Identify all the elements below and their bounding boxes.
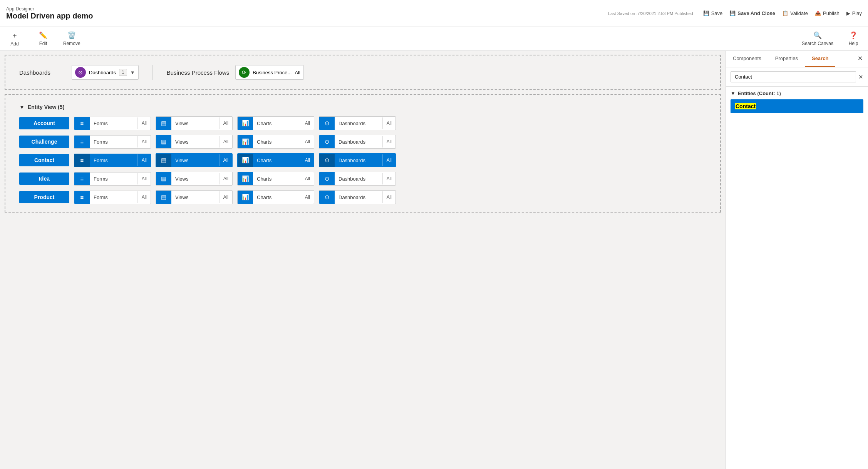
panel-tabs: Components Properties Search ✕	[726, 51, 868, 67]
dashboards-chip-product[interactable]: ⊙ Dashboards All	[319, 190, 396, 204]
dashboards-section: Dashboards ⊙ Dashboards 1 ▼ Business Pro…	[5, 55, 721, 90]
forms-icon: ≡	[74, 154, 90, 167]
charts-chip-contact[interactable]: 📊 Charts All	[237, 153, 314, 167]
charts-icon: 📊	[238, 135, 253, 148]
tab-search[interactable]: Search	[805, 51, 835, 67]
save-button[interactable]: 💾 Save	[703, 10, 723, 16]
views-chip-idea[interactable]: ▤ Views All	[156, 172, 233, 186]
dashboards-entity-icon: ⊙	[319, 172, 335, 185]
views-icon: ▤	[156, 154, 171, 167]
entity-view-section: ▼ Entity View (5) Account ≡ Forms All ▤ …	[5, 94, 721, 213]
validate-icon: 📋	[782, 10, 788, 16]
play-button[interactable]: ▶ Play	[846, 10, 862, 16]
forms-chip-idea[interactable]: ≡ Forms All	[74, 172, 151, 186]
views-chip-challenge[interactable]: ▤ Views All	[156, 135, 233, 149]
validate-button[interactable]: 📋 Validate	[782, 10, 808, 16]
app-info: App Designer Model Driven app demo	[6, 6, 93, 20]
dashboards-chip-account[interactable]: ⊙ Dashboards All	[319, 116, 396, 130]
views-chip-account[interactable]: ▤ Views All	[156, 116, 233, 130]
forms-chip-account[interactable]: ≡ Forms All	[74, 117, 151, 130]
canvas-scroll[interactable]: Dashboards ⊙ Dashboards 1 ▼ Business Pro…	[0, 51, 726, 469]
entity-rows: Account ≡ Forms All ▤ Views All 📊 Charts…	[12, 114, 714, 206]
dashboards-chip-count: 1	[119, 69, 127, 76]
charts-chip-account[interactable]: 📊 Charts All	[237, 116, 314, 130]
search-input[interactable]	[731, 71, 856, 82]
collapse-entities-icon: ▼	[731, 90, 736, 96]
entity-name-btn-challenge[interactable]: Challenge	[19, 136, 69, 148]
forms-chip-challenge[interactable]: ≡ Forms All	[74, 135, 151, 149]
views-chip-contact[interactable]: ▤ Views All	[156, 153, 233, 167]
entity-row: Idea ≡ Forms All ▤ Views All 📊 Charts Al…	[19, 172, 706, 186]
highlighted-text: Contact	[735, 103, 756, 109]
publish-button[interactable]: 📤 Publish	[815, 10, 840, 16]
forms-icon: ≡	[74, 173, 90, 185]
edit-button[interactable]: ✏️ Edit	[35, 31, 52, 46]
dashboards-entity-icon: ⊙	[319, 191, 335, 204]
charts-chip-idea[interactable]: 📊 Charts All	[237, 172, 314, 186]
dashboards-entity-icon: ⊙	[319, 154, 335, 167]
bpf-chip[interactable]: ⟳ Business Proce... All	[235, 65, 304, 80]
save-and-close-button[interactable]: 💾 Save And Close	[729, 10, 775, 16]
charts-icon: 📊	[238, 191, 253, 204]
charts-icon: 📊	[238, 117, 253, 130]
dashboards-label: Dashboards	[19, 69, 65, 76]
forms-chip-contact[interactable]: ≡ Forms All	[74, 154, 151, 167]
bpf-chip-icon: ⟳	[239, 67, 250, 78]
tab-properties[interactable]: Properties	[768, 51, 805, 67]
panel-content: ▼ Entities (Count: 1) Contact	[726, 87, 868, 117]
views-icon: ▤	[156, 172, 171, 185]
entity-view-header: ▼ Entity View (5)	[12, 100, 714, 114]
close-panel-button[interactable]: ✕	[852, 51, 868, 67]
forms-icon: ≡	[74, 117, 90, 130]
last-saved: Last Saved on :7/20/2021 2:53 PM Publish…	[608, 11, 693, 16]
charts-chip-product[interactable]: 📊 Charts All	[237, 190, 314, 204]
views-chip-product[interactable]: ▤ Views All	[156, 190, 233, 204]
collapse-icon[interactable]: ▼	[19, 104, 25, 110]
top-bar: App Designer Model Driven app demo Last …	[0, 0, 868, 27]
charts-chip-challenge[interactable]: 📊 Charts All	[237, 135, 314, 149]
dashboards-entity-icon: ⊙	[319, 117, 335, 130]
save-close-icon: 💾	[729, 10, 736, 16]
search-canvas-button[interactable]: 🔍 Search Canvas	[802, 31, 833, 46]
forms-chip-product[interactable]: ≡ Forms All	[74, 191, 151, 204]
bpf-chip-badge: All	[295, 70, 300, 75]
help-icon: ❓	[849, 31, 858, 40]
add-button[interactable]: ＋ Add	[6, 31, 23, 47]
panel-search-area: ✕	[726, 67, 868, 87]
top-bar-actions: Last Saved on :7/20/2021 2:53 PM Publish…	[608, 10, 862, 16]
entity-name-btn-idea[interactable]: Idea	[19, 173, 69, 185]
play-icon: ▶	[846, 10, 850, 16]
dashboards-chip[interactable]: ⊙ Dashboards 1 ▼	[72, 65, 139, 80]
edit-icon: ✏️	[39, 31, 47, 40]
app-label: App Designer	[6, 6, 93, 12]
right-panel: Components Properties Search ✕ ✕ ▼ Entit…	[726, 51, 868, 469]
search-result-contact[interactable]: Contact	[731, 99, 863, 113]
canvas-area: Dashboards ⊙ Dashboards 1 ▼ Business Pro…	[0, 51, 726, 469]
toolbar-right: 🔍 Search Canvas ❓ Help	[802, 31, 862, 46]
charts-icon: 📊	[238, 154, 253, 167]
entity-row: Contact ≡ Forms All ▤ Views All 📊 Charts…	[19, 153, 706, 167]
dashboards-chip-label: Dashboards	[89, 70, 116, 75]
dashboards-chip-idea[interactable]: ⊙ Dashboards All	[319, 172, 396, 186]
bpf-chip-label: Business Proce...	[253, 70, 292, 75]
entity-name-btn-account[interactable]: Account	[19, 117, 69, 129]
entity-name-btn-product[interactable]: Product	[19, 191, 69, 203]
dashboards-chip-challenge[interactable]: ⊙ Dashboards All	[319, 135, 396, 149]
dashboards-dropdown-arrow[interactable]: ▼	[130, 70, 135, 75]
help-button[interactable]: ❓ Help	[845, 31, 862, 46]
clear-search-button[interactable]: ✕	[858, 74, 863, 80]
toolbar: ＋ Add ✏️ Edit 🗑️ Remove 🔍 Search Canvas …	[0, 27, 868, 51]
forms-icon: ≡	[74, 136, 90, 148]
main-layout: Dashboards ⊙ Dashboards 1 ▼ Business Pro…	[0, 51, 868, 469]
vertical-divider	[152, 65, 153, 80]
dashboards-chip-contact[interactable]: ⊙ Dashboards All	[319, 153, 396, 167]
remove-button[interactable]: 🗑️ Remove	[63, 31, 80, 46]
views-icon: ▤	[156, 135, 171, 148]
app-title: Model Driven app demo	[6, 12, 93, 20]
entities-count-header[interactable]: ▼ Entities (Count: 1)	[731, 90, 863, 96]
entity-row: Product ≡ Forms All ▤ Views All 📊 Charts…	[19, 190, 706, 204]
tab-components[interactable]: Components	[726, 51, 768, 67]
views-icon: ▤	[156, 191, 171, 204]
search-canvas-icon: 🔍	[813, 31, 822, 40]
entity-name-btn-contact[interactable]: Contact	[19, 154, 69, 166]
